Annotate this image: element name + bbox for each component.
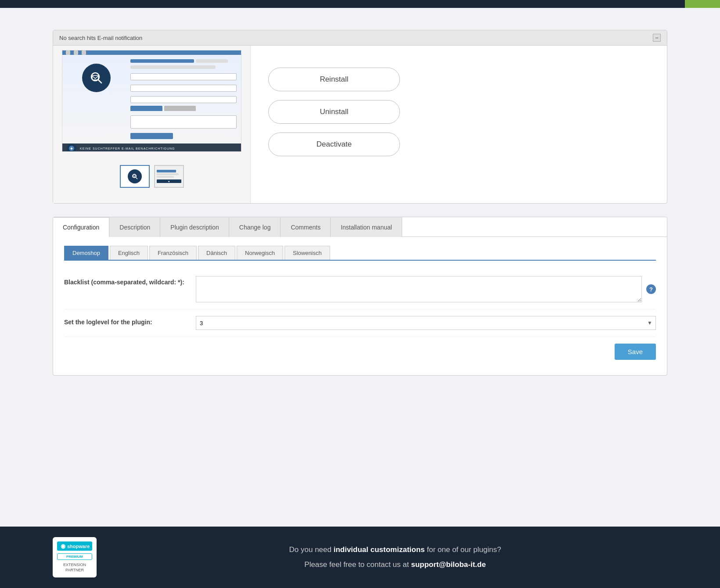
tab-configuration[interactable]: Configuration bbox=[53, 217, 109, 237]
tab-plugin-description[interactable]: Plugin description bbox=[160, 217, 229, 237]
plugin-actions: Reinstall Uninstall Deactivate bbox=[251, 46, 667, 203]
thumbnail-2[interactable]: ■ bbox=[154, 165, 184, 188]
blacklist-textarea[interactable] bbox=[196, 276, 642, 302]
loglevel-row: Set the loglevel for the plugin: 3 1 2 4… bbox=[64, 309, 656, 337]
plugin-icon-circle bbox=[82, 64, 111, 92]
plugin-main-image: ✦ KEINE SUCHTREFFER E-MAIL BENACHRICHTIG… bbox=[62, 50, 241, 152]
tab-installation-manual[interactable]: Installation manual bbox=[331, 217, 402, 237]
blacklist-field: ? bbox=[196, 276, 656, 302]
save-button[interactable]: Save bbox=[615, 344, 656, 360]
footer: ◉ shopware PREMIUM EXTENSION PARTNER Do … bbox=[0, 527, 720, 588]
plugin-screenshot: ✦ KEINE SUCHTREFFER E-MAIL BENACHRICHTIG… bbox=[62, 50, 241, 151]
tab-content-configuration: Demoshop Englisch Französisch Dänisch No… bbox=[53, 237, 667, 375]
shopware-icon: ◉ bbox=[61, 543, 65, 549]
lang-tab-norwegisch[interactable]: Norwegisch bbox=[237, 246, 283, 260]
svg-line-6 bbox=[136, 177, 137, 179]
thumb-2-bar-1 bbox=[157, 170, 176, 172]
top-accent bbox=[685, 0, 720, 8]
thumb-2-bar-4: ■ bbox=[157, 179, 181, 183]
svg-line-1 bbox=[98, 79, 101, 83]
plugin-icon-svg bbox=[88, 70, 105, 86]
window-title-bar: No search hits E-mail notification − bbox=[53, 30, 667, 46]
bottom-icon-svg: ✦ bbox=[68, 145, 75, 151]
mock-input-2 bbox=[130, 85, 237, 92]
tabs-header: Configuration Description Plugin descrip… bbox=[53, 217, 667, 237]
top-bar bbox=[0, 0, 720, 8]
thumb-2-bar-2 bbox=[157, 173, 179, 175]
loglevel-field: 3 1 2 4 5 ▼ bbox=[196, 316, 656, 330]
thumbnail-1[interactable] bbox=[120, 165, 150, 188]
screenshot-header bbox=[62, 50, 241, 55]
minimize-button[interactable]: − bbox=[653, 34, 661, 42]
thumb-svg-1 bbox=[131, 172, 139, 180]
lang-tab-daenisch[interactable]: Dänisch bbox=[198, 246, 235, 260]
screenshot-main bbox=[130, 59, 237, 139]
main-content: No search hits E-mail notification − bbox=[0, 8, 720, 588]
tabs-section: Configuration Description Plugin descrip… bbox=[53, 217, 667, 376]
mock-row-1 bbox=[130, 59, 237, 63]
mock-input-1 bbox=[130, 73, 237, 80]
shopware-premium-badge: PREMIUM bbox=[57, 553, 92, 560]
screenshot-bottom-text: KEINE SUCHTREFFER E-MAIL BENACHRICHTIGUN… bbox=[80, 147, 175, 150]
shopware-badge: ◉ shopware PREMIUM EXTENSION PARTNER bbox=[53, 537, 97, 577]
blacklist-help-icon[interactable]: ? bbox=[646, 284, 656, 294]
loglevel-label: Set the loglevel for the plugin: bbox=[64, 316, 187, 326]
plugin-window: No search hits E-mail notification − bbox=[53, 30, 667, 204]
lang-tab-slowenisch[interactable]: Slowenisch bbox=[284, 246, 330, 260]
mock-bar-2 bbox=[196, 59, 227, 63]
footer-line-2: Please feel free to contact us at suppor… bbox=[123, 557, 667, 572]
window-title: No search hits E-mail notification bbox=[59, 35, 142, 41]
loglevel-select[interactable]: 3 1 2 4 5 bbox=[196, 316, 656, 330]
mock-input-4 bbox=[130, 115, 237, 129]
mock-input-3 bbox=[130, 96, 237, 103]
shopware-sub-text: EXTENSION PARTNER bbox=[63, 563, 86, 573]
screenshot-content bbox=[62, 55, 241, 143]
thumb-icon-1 bbox=[128, 169, 142, 183]
footer-bold-2: support@biloba-it.de bbox=[411, 560, 486, 569]
lang-tabs: Demoshop Englisch Französisch Dänisch No… bbox=[64, 246, 656, 261]
screenshot-sidebar bbox=[67, 59, 126, 139]
footer-bold-1: individual customizations bbox=[334, 545, 425, 554]
footer-text: Do you need individual customizations fo… bbox=[123, 542, 667, 572]
svg-text:✦: ✦ bbox=[70, 147, 73, 151]
plugin-top-section: ✦ KEINE SUCHTREFFER E-MAIL BENACHRICHTIG… bbox=[53, 46, 667, 203]
blacklist-row: Blacklist (comma-separated, wildcard: *)… bbox=[64, 269, 656, 309]
mock-tab-1 bbox=[130, 106, 162, 111]
uninstall-button[interactable]: Uninstall bbox=[268, 100, 400, 124]
mock-row-tabs bbox=[130, 106, 237, 111]
deactivate-button[interactable]: Deactivate bbox=[268, 133, 400, 156]
thumb-2-bar-3 bbox=[157, 176, 174, 178]
reinstall-button[interactable]: Reinstall bbox=[268, 68, 400, 91]
thumb-2-content: ■ bbox=[155, 166, 183, 187]
thumbnail-strip: ■ bbox=[62, 158, 241, 194]
loglevel-select-wrapper: 3 1 2 4 5 ▼ bbox=[196, 316, 656, 330]
lang-tab-demoshop[interactable]: Demoshop bbox=[64, 246, 108, 260]
screenshot-bottom-icon: ✦ bbox=[67, 143, 76, 152]
mock-tab-2 bbox=[164, 106, 196, 111]
tab-description[interactable]: Description bbox=[109, 217, 160, 237]
header-dot-2 bbox=[74, 50, 78, 55]
mock-bar-1 bbox=[130, 59, 194, 63]
header-dot-1 bbox=[66, 50, 70, 55]
plugin-preview-area: ✦ KEINE SUCHTREFFER E-MAIL BENACHRICHTIG… bbox=[53, 46, 251, 203]
tab-change-log[interactable]: Change log bbox=[229, 217, 281, 237]
tab-comments[interactable]: Comments bbox=[281, 217, 331, 237]
mock-button bbox=[130, 133, 173, 139]
save-bar: Save bbox=[64, 337, 656, 362]
header-dot-3 bbox=[82, 50, 86, 55]
footer-line-1: Do you need individual customizations fo… bbox=[123, 542, 667, 557]
lang-tab-franzoesisch[interactable]: Französisch bbox=[149, 246, 197, 260]
mock-bar-3 bbox=[130, 65, 215, 69]
lang-tab-englisch[interactable]: Englisch bbox=[110, 246, 148, 260]
screenshot-bottom-bar: ✦ KEINE SUCHTREFFER E-MAIL BENACHRICHTIG… bbox=[62, 143, 241, 152]
shopware-logo-top: ◉ shopware bbox=[57, 541, 92, 551]
blacklist-label: Blacklist (comma-separated, wildcard: *)… bbox=[64, 276, 187, 286]
